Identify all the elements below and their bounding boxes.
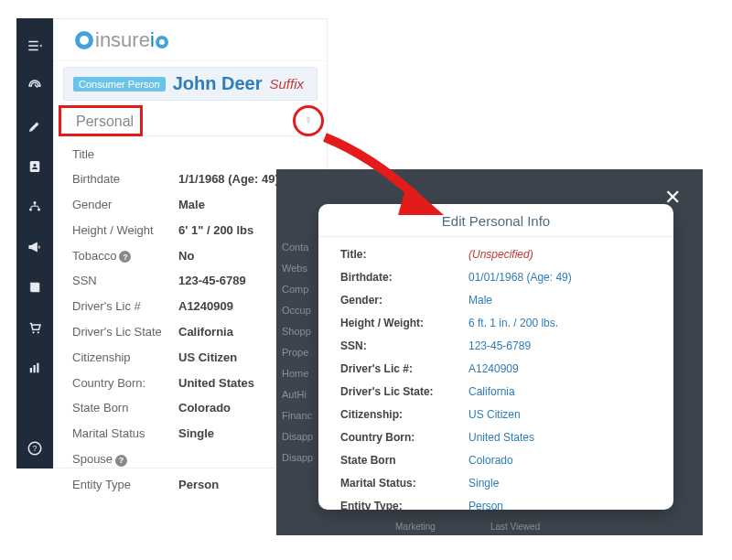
cart-icon[interactable]	[16, 307, 53, 348]
svg-point-1	[34, 164, 37, 167]
sidebar: ?	[16, 18, 53, 468]
edit-state-born-value[interactable]: Colorado	[468, 454, 513, 467]
campaigns-icon[interactable]	[16, 227, 53, 267]
svg-point-2	[34, 201, 37, 204]
field-value: California	[178, 323, 233, 342]
help-icon[interactable]: ?	[16, 428, 53, 468]
svg-point-4	[38, 209, 40, 211]
edit-gender-value[interactable]: Male	[468, 294, 492, 307]
spouse-help-icon[interactable]: ?	[115, 455, 127, 467]
field-value: US Citizen	[178, 349, 237, 368]
modal-label: State Born	[340, 454, 468, 467]
field-value: 1/1/1968 (Age: 49)	[178, 170, 279, 189]
svg-rect-9	[37, 363, 38, 373]
person-name: John Deer	[173, 73, 263, 94]
edit-personal-modal: Edit Personal Info Title:(Unspecified) B…	[318, 204, 673, 510]
edit-licstate-value[interactable]: California	[468, 385, 515, 398]
field-label: Height / Weight	[72, 221, 178, 241]
dashboard-icon[interactable]	[16, 66, 53, 106]
edit-country-born-value[interactable]: United States	[468, 431, 534, 444]
field-label: Marital Status	[72, 425, 178, 444]
annotation-box	[59, 105, 143, 136]
modal-label: Height / Weight:	[340, 317, 468, 329]
field-value: United States	[178, 374, 254, 393]
contacts-icon[interactable]	[16, 146, 53, 187]
modal-backdrop: ContaWebsComp OccupShoppPrope HomeAutHi …	[276, 169, 703, 535]
logo-o-icon	[156, 36, 168, 48]
reports-icon[interactable]	[16, 348, 53, 388]
field-label: Gender	[72, 196, 178, 215]
field-value: Single	[178, 425, 214, 444]
field-label: Birthdate	[72, 170, 178, 189]
org-icon[interactable]	[16, 187, 53, 227]
person-type-badge: Consumer Person	[73, 77, 166, 92]
field-label: Entity Type	[72, 476, 178, 495]
svg-text:?: ?	[33, 445, 38, 453]
field-label: Country Born:	[72, 374, 178, 393]
modal-label: Driver's Lic State:	[340, 385, 468, 398]
edit-citizen-value[interactable]: US Citizen	[468, 408, 521, 421]
field-value: A1240909	[178, 297, 233, 317]
edit-title-value[interactable]: (Unspecified)	[468, 248, 533, 261]
edit-height-value[interactable]: 6 ft. 1 in. / 200 lbs.	[468, 317, 558, 329]
field-label: Driver's Lic #	[72, 297, 178, 317]
backdrop-bottom-text: MarketingLast Viewed	[276, 522, 703, 532]
modal-label: Gender:	[340, 294, 468, 307]
modal-label: Driver's Lic #:	[340, 362, 468, 375]
svg-point-3	[29, 209, 32, 211]
edit-entity-type-value[interactable]: Person	[468, 500, 503, 511]
edit-icon[interactable]	[16, 106, 53, 146]
svg-rect-7	[30, 368, 32, 372]
tobacco-help-icon[interactable]: ?	[119, 251, 131, 263]
field-label: Driver's Lic State	[72, 323, 178, 342]
annotation-circle: ✎	[293, 105, 324, 136]
field-value: Person	[178, 476, 219, 495]
section-header: Personal ✎	[61, 108, 319, 136]
logo-ring-icon	[75, 31, 93, 49]
backdrop-faded-text: ContaWebsComp OccupShoppPrope HomeAutHi …	[282, 237, 313, 468]
modal-label: Marital Status:	[340, 477, 468, 490]
menu-icon[interactable]	[16, 26, 53, 66]
field-value: Male	[178, 196, 205, 215]
field-value: Colorado	[178, 399, 231, 418]
edit-ssn-value[interactable]: 123-45-6789	[468, 339, 531, 352]
field-label: State Born	[72, 399, 178, 418]
library-icon[interactable]	[16, 267, 53, 307]
svg-point-5	[32, 331, 34, 333]
modal-label: Entity Type:	[340, 500, 468, 511]
field-label: Title	[72, 145, 178, 165]
modal-label: SSN:	[340, 339, 468, 352]
modal-label: Citizenship:	[340, 408, 468, 421]
modal-label: Birthdate:	[340, 271, 468, 284]
field-label: Spouse?	[72, 450, 178, 469]
edit-marital-value[interactable]: Single	[468, 477, 499, 490]
modal-label: Title:	[340, 248, 468, 261]
edit-licnum-value[interactable]: A1240909	[468, 362, 519, 375]
person-header: Consumer Person John Deer Suffix	[63, 67, 318, 101]
field-label: SSN	[72, 272, 178, 291]
person-suffix: Suffix	[269, 76, 304, 92]
edit-birthdate-value[interactable]: 01/01/1968 (Age: 49)	[468, 271, 572, 284]
modal-title: Edit Personal Info	[318, 204, 673, 237]
logo-row: insurei	[54, 19, 327, 61]
modal-label: Country Born:	[340, 431, 468, 444]
edit-personal-icon[interactable]: ✎	[303, 115, 315, 127]
field-value: 6' 1" / 200 lbs	[178, 221, 253, 241]
field-value: 123-45-6789	[178, 272, 246, 291]
svg-point-6	[38, 331, 39, 333]
field-value: No	[178, 247, 194, 266]
svg-rect-8	[34, 365, 36, 372]
field-label: Citizenship	[72, 349, 178, 368]
brand-logo: insurei	[74, 28, 168, 52]
field-label: Tobacco?	[72, 247, 178, 266]
